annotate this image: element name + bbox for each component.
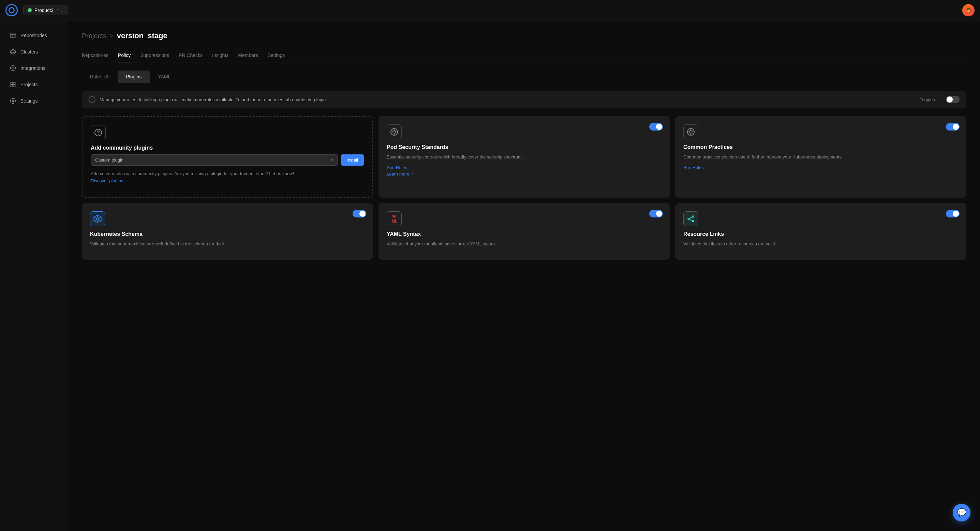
svg-rect-10 [13, 82, 15, 84]
avatar[interactable]: 👩 [962, 4, 975, 16]
sidebar-item-integrations[interactable]: Integrations [3, 60, 65, 76]
svg-point-17 [393, 130, 396, 133]
pod-security-see-rules[interactable]: See Rules [387, 165, 662, 170]
pod-security-desc: Essential security controls which broadl… [387, 154, 662, 161]
question-icon [91, 125, 106, 140]
main-content: Projects > version_stage Repositories Po… [68, 0, 980, 531]
plugin-card-kubernetes-schema: Kubernetes Schema Validates that your ma… [82, 203, 373, 260]
breadcrumb-parent[interactable]: Projects [82, 32, 107, 40]
common-practices-toggle[interactable] [946, 123, 959, 130]
common-practices-icon [683, 124, 698, 139]
product-selector[interactable]: Product2 ⌃⌄ [23, 5, 67, 15]
sub-tabs: Rules60 Plugins YAML [82, 70, 966, 83]
common-practices-see-rules[interactable]: See Rules [683, 165, 958, 170]
plugin-card-common-practices: Common Practices Common practices you ca… [675, 116, 966, 198]
product-name: Product2 [35, 8, 54, 13]
svg-line-31 [94, 217, 97, 218]
common-practices-desc: Common practices you can use to further … [683, 154, 958, 161]
sidebar-label-projects: Projects [21, 82, 38, 87]
chat-fab[interactable]: 💬 [953, 504, 970, 521]
cluster-icon [10, 48, 16, 55]
kubernetes-schema-toggle[interactable] [353, 210, 366, 218]
info-icon: i [89, 96, 95, 103]
info-text: Manage your rules. Installing a plugin w… [100, 97, 327, 102]
pod-security-icon [387, 124, 402, 139]
svg-rect-11 [11, 85, 13, 87]
resource-links-toggle-switch[interactable] [946, 210, 959, 218]
svg-rect-12 [13, 85, 15, 87]
k8s-icon [90, 211, 105, 226]
tab-settings[interactable]: Settings [268, 50, 285, 62]
toggle-all-label: Toggle all [920, 97, 939, 102]
plugin-card-pod-security: Pod Security Standards Essential securit… [379, 116, 670, 198]
breadcrumb-separator: > [110, 32, 113, 40]
svg-line-33 [94, 219, 97, 221]
common-practices-toggle-switch[interactable] [946, 123, 959, 130]
sidebar-label-integrations: Integrations [21, 65, 45, 71]
info-banner: i Manage your rules. Installing a plugin… [82, 91, 966, 108]
integrations-icon [10, 65, 16, 72]
tab-repositories[interactable]: Repositories [82, 50, 108, 62]
tab-pr-checks[interactable]: PR Checks [179, 50, 202, 62]
select-chevron: ▾ [331, 157, 334, 162]
svg-point-37 [692, 220, 694, 221]
svg-point-15 [98, 134, 99, 135]
tab-insights[interactable]: Insights [212, 50, 229, 62]
sidebar-item-settings[interactable]: Settings [3, 94, 65, 108]
pod-security-toggle[interactable] [649, 123, 663, 130]
topbar: Product2 ⌃⌄ 👩 [0, 0, 980, 21]
plugin-card-community: Add community plugins Custom plugin ▾ in… [82, 116, 373, 198]
pod-security-learn-more[interactable]: Learn more [387, 172, 662, 176]
custom-plugin-select[interactable]: Custom plugin ▾ [91, 154, 338, 165]
discover-plugins-link[interactable]: Discover plugins [91, 178, 364, 185]
sidebar-item-projects[interactable]: Projects [3, 77, 65, 92]
kubernetes-schema-title: Kubernetes Schema [90, 231, 365, 237]
svg-point-36 [692, 216, 694, 217]
sidebar-label-clusters: Clusters [21, 49, 38, 54]
resource-links-desc: Validates that links to other resources … [683, 241, 958, 248]
install-button[interactable]: install [340, 154, 364, 165]
svg-rect-0 [11, 33, 15, 38]
subtab-plugins[interactable]: Plugins [118, 70, 150, 83]
yaml-syntax-desc: Validates that your manifests have corre… [387, 241, 662, 248]
svg-point-8 [12, 67, 14, 69]
tab-suppressions[interactable]: Suppressions [140, 50, 169, 62]
kubernetes-schema-desc: Validates that your manifests are well-d… [90, 241, 365, 248]
plugin-grid: Add community plugins Custom plugin ▾ in… [82, 116, 966, 260]
yaml-syntax-title: YAML Syntax [387, 231, 662, 237]
breadcrumb: Projects > version_stage [82, 31, 966, 40]
svg-line-32 [99, 219, 101, 221]
custom-plugin-row: Custom plugin ▾ install [91, 154, 364, 165]
yaml-syntax-toggle-switch[interactable] [649, 210, 663, 218]
tab-members[interactable]: Members [238, 50, 258, 62]
resource-links-toggle[interactable] [946, 210, 959, 218]
plugin-card-resource-links: Resource Links Validates that links to o… [675, 203, 966, 260]
sidebar-item-clusters[interactable]: Clusters [3, 44, 65, 59]
common-practices-title: Common Practices [683, 144, 958, 150]
chat-icon: 💬 [957, 508, 966, 517]
settings-icon [10, 97, 16, 104]
sidebar: Repositories Clusters Integrations Proje… [0, 0, 68, 531]
avatar-initials: 👩 [966, 8, 971, 13]
toggle-all-switch[interactable] [946, 96, 959, 103]
app-logo[interactable] [5, 4, 18, 16]
svg-line-39 [689, 219, 692, 221]
tab-policy[interactable]: Policy [118, 50, 130, 62]
pod-security-toggle-switch[interactable] [649, 123, 663, 130]
subtab-rules[interactable]: Rules60 [82, 70, 118, 83]
svg-rect-9 [11, 82, 13, 84]
nav-tabs: Repositories Policy Suppressions PR Chec… [82, 50, 966, 62]
kubernetes-schema-toggle-switch[interactable] [353, 210, 366, 218]
yaml-syntax-toggle[interactable] [649, 210, 663, 218]
subtab-yaml[interactable]: YAML [150, 70, 179, 83]
svg-point-7 [11, 66, 16, 71]
pod-security-title: Pod Security Standards [387, 144, 662, 150]
svg-point-23 [689, 130, 692, 133]
product-dot [28, 8, 32, 12]
svg-point-35 [688, 218, 689, 219]
sidebar-item-repositories[interactable]: Repositories [3, 28, 65, 43]
community-title: Add community plugins [91, 145, 364, 151]
sidebar-label-repositories: Repositories [21, 33, 47, 38]
sidebar-label-settings: Settings [21, 98, 38, 103]
svg-point-28 [97, 218, 99, 220]
